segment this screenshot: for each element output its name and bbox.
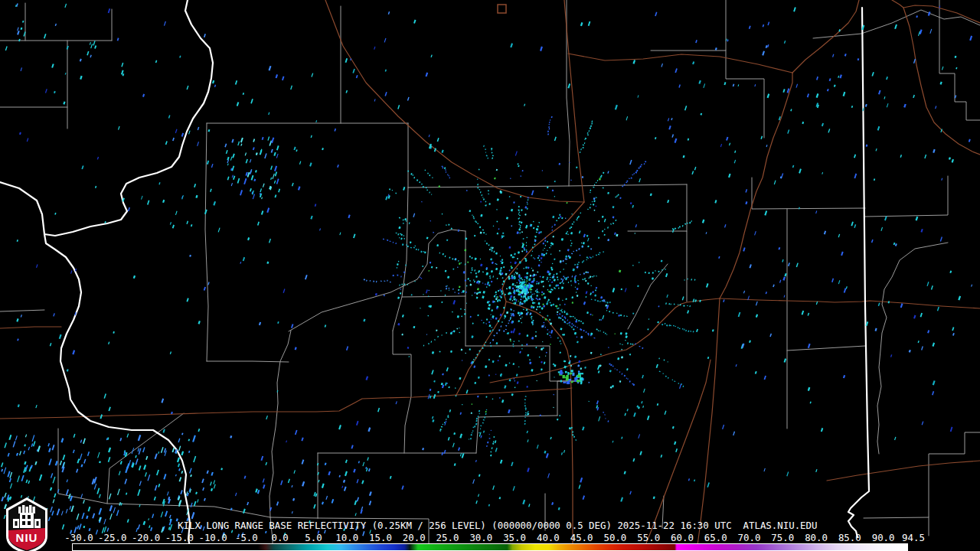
colorbar-label: 50.0: [603, 532, 626, 543]
colorbar-label: -15.0: [165, 532, 194, 543]
colorbar-label: 15.0: [369, 532, 392, 543]
radar-map: [0, 0, 980, 551]
logo-text: NIU: [16, 531, 38, 544]
colorbar-gradient: [73, 544, 907, 550]
colorbar-label: 85.0: [838, 532, 861, 543]
colorbar-label: -30.0: [64, 532, 93, 543]
colorbar-label: 25.0: [436, 532, 459, 543]
reflectivity-colorbar: [72, 543, 908, 551]
colorbar-label: 65.0: [704, 532, 727, 543]
colorbar-label: 94.5: [902, 532, 925, 543]
colorbar-label: -25.0: [98, 532, 126, 543]
colorbar-label: 90.0: [872, 532, 895, 543]
colorbar-scale-labels: -30.0-25.0-20.0-15.0-10.0-5.00.05.010.01…: [0, 532, 980, 543]
colorbar-label: -5.0: [235, 532, 258, 543]
colorbar-label: 35.0: [503, 532, 526, 543]
colorbar-label: 0.0: [271, 532, 288, 543]
river-lines: [0, 0, 869, 551]
colorbar-label: -10.0: [198, 532, 227, 543]
colorbar-label: 45.0: [570, 532, 593, 543]
colorbar-label: 55.0: [637, 532, 660, 543]
colorbar-label: 80.0: [805, 532, 828, 543]
reflectivity-echoes: [1, 3, 972, 537]
niu-logo: NIU: [5, 496, 51, 551]
colorbar-label: 70.0: [738, 532, 761, 543]
product-caption: KILX LONG RANGE BASE REFLECTIVITY (0.25K…: [178, 520, 818, 531]
colorbar-label: -20.0: [132, 532, 160, 543]
radar-viewer: KILX LONG RANGE BASE REFLECTIVITY (0.25K…: [0, 0, 980, 551]
colorbar-label: 5.0: [305, 532, 322, 543]
colorbar-label: 75.0: [771, 532, 794, 543]
colorbar-label: 20.0: [403, 532, 426, 543]
colorbar-label: 40.0: [537, 532, 560, 543]
colorbar-label: 10.0: [335, 532, 358, 543]
colorbar-label: 60.0: [671, 532, 694, 543]
colorbar-label: 30.0: [469, 532, 492, 543]
